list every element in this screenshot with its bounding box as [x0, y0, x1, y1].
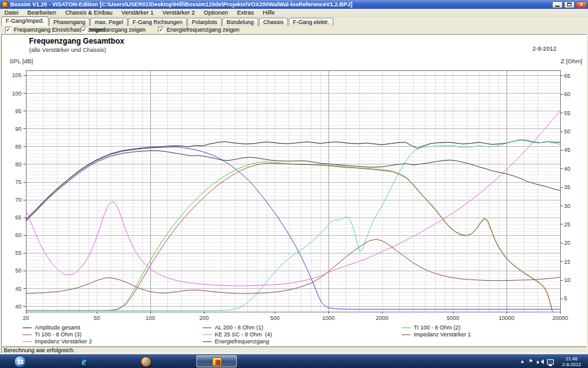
tray-flag-icon[interactable]: ⚑	[529, 359, 533, 364]
legend-item-impedanz-verst-rker-2: Impedanz Verstärker 2	[23, 338, 92, 345]
y-left-tick-label: 55	[15, 250, 21, 256]
legend-label: AL 200 - 8 Ohm (1)	[215, 324, 263, 331]
y-right-tick-label: 40	[564, 166, 570, 172]
checkbox-label: Energiefrequenzgang zeigen	[167, 27, 239, 33]
menu-extras[interactable]: Extras	[232, 9, 258, 16]
checkbox-impedanzgang-zeigen[interactable]: ✓Impedanzgang zeigen	[81, 27, 146, 33]
firefox-globe	[141, 357, 151, 367]
tab-f-gang-elektr[interactable]: F-Gang elektr.	[289, 18, 333, 26]
tab-bar: F-Gang/Imped.Phasengangmax. PegelF-Gang …	[0, 16, 588, 26]
checkbox-box[interactable]: ✓	[81, 27, 87, 33]
y-right-tick-label: 55	[564, 110, 570, 116]
y-left-tick-label: 95	[15, 108, 21, 114]
menu-hilfe[interactable]: Hilfe	[258, 9, 279, 16]
y-right-tick-label: 35	[564, 184, 570, 190]
y-left-tick-label: 100	[12, 90, 21, 97]
close-button[interactable]: x	[576, 1, 587, 8]
windows-flag-icon	[18, 359, 23, 364]
legend-item-impedanz-verst-rker-1: Impedanz Verstärker 1	[402, 331, 471, 338]
tab-f-gang-richtungen[interactable]: F-Gang Richtungen	[128, 18, 187, 26]
legend-item-energiefrequenzgang: Energiefrequenzgang	[203, 338, 269, 345]
taskbar-clock[interactable]: 21:46 2-8-2012	[558, 356, 585, 367]
x-tick-label: 500	[270, 315, 280, 321]
legend-item-ke-25-sc-8-ohm-4: KE 25 SC - 8 Ohm (4)	[203, 331, 272, 338]
menu-chassis-einbau[interactable]: Chassis & Einbau	[61, 9, 117, 16]
checkbox-energiefrequenzgang-zeigen[interactable]: ✓Energiefrequenzgang zeigen	[158, 27, 239, 33]
legend-swatch	[203, 334, 212, 335]
internet-explorer-icon[interactable]: e	[76, 356, 92, 367]
legend-label: TI 100 - 8 Ohm (3)	[35, 331, 81, 338]
option-row: ✓Frequenzgang Einzelchassis zeigen✓Imped…	[0, 26, 588, 34]
minimize-button[interactable]	[552, 1, 563, 8]
legend-swatch	[402, 328, 411, 328]
y-right-tick-label: 20	[564, 240, 570, 246]
maximize-icon	[567, 3, 572, 6]
legend-label: Impedanz Verstärker 1	[414, 331, 471, 338]
x-tick-label: 200	[199, 315, 208, 321]
y-right-tick-label: 25	[564, 221, 570, 228]
checkbox-box[interactable]: ✓	[158, 27, 164, 33]
legend-swatch	[23, 341, 32, 342]
x-tick-label: 20	[23, 315, 29, 321]
y-left-tick-label: 50	[15, 267, 21, 274]
window-controls: x	[552, 1, 587, 8]
x-tick-label: 1000	[322, 315, 335, 321]
y-left-tick-label: 75	[15, 179, 21, 185]
y-left-tick-label: 80	[15, 161, 21, 168]
menu-verst-rker-1[interactable]: Verstärker 1	[117, 9, 158, 16]
frequency-response-chart: 4045505560657075808590951001055101520253…	[2, 35, 586, 345]
menu-verst-rker-2[interactable]: Verstärker 2	[158, 9, 199, 16]
tab-phasengang[interactable]: Phasengang	[49, 18, 90, 26]
title-bar[interactable]: Boxsim V1.20 - VISATON-Edition [C:\Users…	[0, 0, 588, 9]
legend-swatch	[203, 328, 212, 328]
checkbox-label: Impedanzgang zeigen	[90, 27, 146, 33]
y-right-tick-label: 10	[564, 277, 570, 283]
tab-chassis[interactable]: Chassis	[259, 18, 288, 26]
menu-bearbeiten[interactable]: Bearbeiten	[23, 9, 61, 16]
menu-datei[interactable]: Datei	[0, 9, 23, 16]
legend-item-al-200-8-ohm-1: AL 200 - 8 Ohm (1)	[203, 324, 263, 331]
x-tick-label: 2000	[376, 315, 388, 321]
tray-network-icon[interactable]	[547, 359, 554, 365]
boxsim-taskbar-button[interactable]	[196, 355, 237, 367]
y-right-tick-label: 15	[564, 259, 570, 265]
menu-optionen[interactable]: Optionen	[200, 9, 233, 16]
y-left-tick-label: 40	[15, 304, 21, 310]
legend-label: TI 100 - 8 Ohm (2)	[414, 324, 460, 331]
y-right-tick-label: 65	[564, 73, 570, 79]
start-button[interactable]	[14, 355, 27, 368]
legend-item-ti-100-8-ohm-3: TI 100 - 8 Ohm (3)	[23, 331, 81, 338]
legend-label: KE 25 SC - 8 Ohm (4)	[215, 331, 272, 338]
status-message: Berechnung war erfolgreich.	[1, 347, 587, 353]
checkbox-box[interactable]: ✓	[5, 27, 11, 33]
desktop-screen: Boxsim V1.20 - VISATON-Edition [C:\Users…	[0, 0, 588, 368]
chart-panel: Frequenzgang Gesamtbox (alle Verstärker …	[1, 34, 587, 346]
y-left-tick-label: 45	[15, 286, 21, 292]
y-right-tick-label: 5	[564, 295, 567, 302]
plot-frame	[26, 70, 560, 312]
y-right-tick-label: 60	[564, 91, 570, 97]
tray-volume-icon[interactable]	[537, 359, 543, 365]
y-right-tick-label: 45	[564, 147, 570, 153]
minimize-icon	[555, 6, 560, 7]
firefox-icon[interactable]	[138, 356, 154, 367]
legend-swatch	[23, 328, 32, 328]
y-left-tick-label: 90	[15, 126, 21, 132]
legend-label: Amplitude gesamt	[35, 324, 80, 331]
system-tray: ▲ ⚑ 21:46 2-8-2012	[520, 355, 587, 368]
legend-item-ti-100-8-ohm-2: TI 100 - 8 Ohm (2)	[402, 324, 460, 331]
tray-chevron-icon[interactable]: ▲	[520, 359, 525, 364]
y-left-tick-label: 60	[15, 232, 21, 238]
tab-polarplots[interactable]: Polarplots	[188, 18, 222, 26]
tab-max-pegel[interactable]: max. Pegel	[90, 18, 128, 26]
maximize-button[interactable]	[564, 1, 575, 8]
y-left-tick-label: 85	[15, 144, 21, 150]
tab-b-ndelung[interactable]: Bündelung	[222, 18, 258, 26]
legend-item-amplitude-gesamt: Amplitude gesamt	[23, 324, 80, 331]
legend-label: Impedanz Verstärker 2	[35, 338, 92, 345]
taskbar: e ▲ ⚑ 21:46 2-8-2012	[0, 354, 588, 368]
x-tick-label: 50	[93, 315, 100, 321]
legend-swatch	[23, 334, 32, 335]
tab-f-gang-imped[interactable]: F-Gang/Imped.	[1, 16, 49, 26]
x-tick-label: 5000	[447, 315, 459, 321]
